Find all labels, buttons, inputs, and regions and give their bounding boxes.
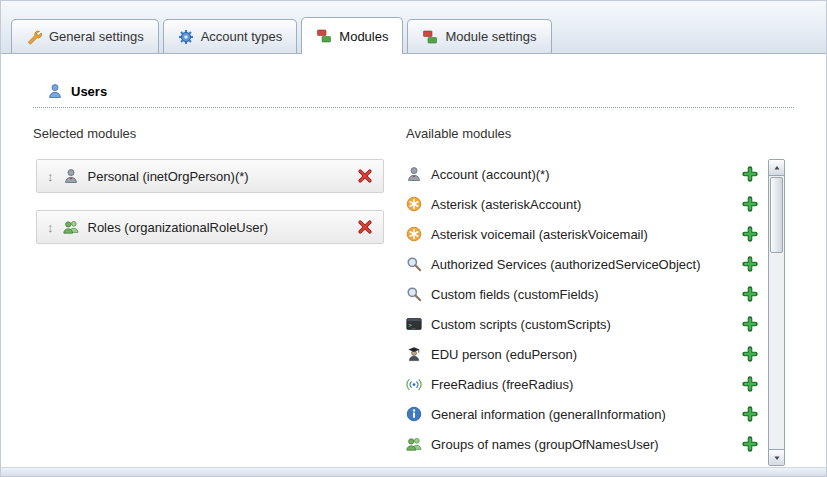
- script-icon: >_: [406, 316, 422, 332]
- drag-handle-icon[interactable]: ↕: [47, 170, 54, 183]
- bottom-strip: [1, 467, 826, 476]
- add-icon: [742, 166, 758, 182]
- arrow-down-icon: [773, 454, 781, 462]
- available-module-row: Asterisk (asteriskAccount): [406, 189, 758, 219]
- add-module-button[interactable]: [742, 346, 758, 362]
- tab-general-settings[interactable]: General settings: [11, 19, 159, 53]
- lam-configuration-page: General settingsAccount typesModulesModu…: [0, 0, 827, 477]
- available-module-label: General information (generalInformation): [431, 407, 666, 422]
- available-module-row: Custom fields (customFields): [406, 279, 758, 309]
- section-heading: Users: [33, 55, 794, 99]
- available-module-row: Groups of names (groupOfNamesUser): [406, 429, 758, 459]
- section-title: Users: [71, 84, 107, 99]
- available-module-row: >_Custom scripts (customScripts): [406, 309, 758, 339]
- content-panel: Users Selected modules ↕Personal (inetOr…: [1, 55, 826, 469]
- add-icon: [742, 406, 758, 422]
- group-icon: [406, 436, 422, 452]
- available-module-label: Asterisk (asteriskAccount): [431, 197, 581, 212]
- asterisk-icon: [406, 226, 422, 242]
- edu-icon: [406, 346, 422, 362]
- group-icon: [63, 219, 79, 235]
- arrow-up-icon: [773, 164, 781, 172]
- selected-module-label: Personal (inetOrgPerson)(*): [88, 169, 249, 184]
- selected-modules-list: ↕Personal (inetOrgPerson)(*)↕Roles (orga…: [33, 159, 406, 244]
- add-module-button[interactable]: [742, 166, 758, 182]
- add-module-button[interactable]: [742, 256, 758, 272]
- add-module-button[interactable]: [742, 196, 758, 212]
- available-modules-column: Available modules Account (account)(*)As…: [406, 126, 794, 466]
- selected-module-row: ↕Personal (inetOrgPerson)(*): [36, 159, 384, 193]
- search-icon: [406, 256, 422, 272]
- scroll-down-button[interactable]: [769, 449, 784, 465]
- tab-bar: General settingsAccount typesModulesModu…: [1, 1, 826, 54]
- available-module-row: Account (account)(*): [406, 159, 758, 189]
- available-modules-list: Account (account)(*)Asterisk (asteriskAc…: [406, 159, 758, 459]
- add-module-button[interactable]: [742, 316, 758, 332]
- tab-module-settings[interactable]: Module settings: [407, 19, 551, 53]
- add-icon: [742, 436, 758, 452]
- radius-icon: [406, 376, 422, 392]
- dotted-divider: [33, 107, 794, 108]
- available-module-label: Custom scripts (customScripts): [431, 317, 611, 332]
- tab-label: General settings: [49, 29, 144, 44]
- svg-text:>_: >_: [409, 322, 416, 329]
- tab-label: Account types: [201, 29, 283, 44]
- delete-icon: [357, 219, 373, 235]
- add-icon: [742, 256, 758, 272]
- person-icon: [406, 166, 422, 182]
- available-module-label: Custom fields (customFields): [431, 287, 599, 302]
- scrollbar-thumb[interactable]: [770, 177, 783, 253]
- selected-modules-heading: Selected modules: [33, 126, 406, 141]
- tab-label: Modules: [339, 29, 388, 44]
- available-module-row: General information (generalInformation): [406, 399, 758, 429]
- add-module-button[interactable]: [742, 286, 758, 302]
- available-module-label: Groups of names (groupOfNamesUser): [431, 437, 659, 452]
- available-module-label: FreeRadius (freeRadius): [431, 377, 573, 392]
- drag-handle-icon[interactable]: ↕: [47, 221, 54, 234]
- available-module-label: Account (account)(*): [431, 167, 550, 182]
- add-icon: [742, 316, 758, 332]
- asterisk-icon: [406, 196, 422, 212]
- gear-icon: [178, 29, 194, 45]
- available-module-row: FreeRadius (freeRadius): [406, 369, 758, 399]
- scroll-up-button[interactable]: [769, 160, 784, 176]
- add-module-button[interactable]: [742, 376, 758, 392]
- selected-module-label: Roles (organizationalRoleUser): [88, 220, 269, 235]
- selected-module-row: ↕Roles (organizationalRoleUser): [36, 210, 384, 244]
- available-module-label: EDU person (eduPerson): [431, 347, 577, 362]
- selected-modules-column: Selected modules ↕Personal (inetOrgPerso…: [33, 126, 406, 466]
- available-module-row: Authorized Services (authorizedServiceOb…: [406, 249, 758, 279]
- info-icon: [406, 406, 422, 422]
- users-icon: [47, 83, 63, 99]
- available-modules-heading: Available modules: [406, 126, 794, 141]
- remove-module-button[interactable]: [357, 219, 373, 235]
- tab-account-types[interactable]: Account types: [163, 19, 298, 53]
- available-modules-wrap: Account (account)(*)Asterisk (asteriskAc…: [406, 159, 794, 466]
- modules-columns: Selected modules ↕Personal (inetOrgPerso…: [33, 126, 794, 466]
- add-icon: [742, 196, 758, 212]
- tab-label: Module settings: [445, 29, 536, 44]
- tab-modules[interactable]: Modules: [301, 17, 403, 54]
- add-module-button[interactable]: [742, 406, 758, 422]
- delete-icon: [357, 168, 373, 184]
- tools-icon: [26, 29, 42, 45]
- scrollbar-track[interactable]: [769, 176, 784, 449]
- add-icon: [742, 376, 758, 392]
- available-module-row: EDU person (eduPerson): [406, 339, 758, 369]
- modules-icon: [422, 29, 438, 45]
- available-module-label: Asterisk voicemail (asteriskVoicemail): [431, 227, 648, 242]
- add-module-button[interactable]: [742, 226, 758, 242]
- remove-module-button[interactable]: [357, 168, 373, 184]
- available-module-label: Authorized Services (authorizedServiceOb…: [431, 257, 701, 272]
- person-icon: [63, 168, 79, 184]
- modules-icon: [316, 28, 332, 44]
- search-icon: [406, 286, 422, 302]
- scrollbar[interactable]: [768, 159, 785, 466]
- add-icon: [742, 346, 758, 362]
- add-module-button[interactable]: [742, 436, 758, 452]
- available-module-row: Asterisk voicemail (asteriskVoicemail): [406, 219, 758, 249]
- add-icon: [742, 286, 758, 302]
- add-icon: [742, 226, 758, 242]
